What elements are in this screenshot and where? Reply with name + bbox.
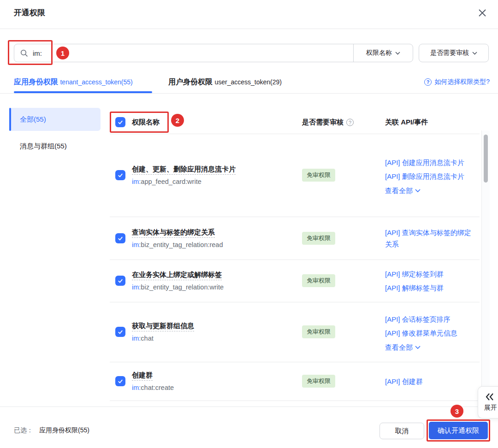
status-badge: 免审权限	[302, 325, 335, 338]
expand-label: 展开	[484, 404, 497, 412]
divider	[110, 401, 480, 401]
row-checkbox[interactable]	[115, 327, 125, 337]
api-link[interactable]: [API] 删除应用消息流卡片	[385, 171, 475, 182]
question-circle-icon: ?	[424, 78, 432, 86]
review-filter-dropdown-label: 是否需要审核	[430, 49, 469, 57]
status-badge: 免审权限	[302, 274, 335, 287]
scrollbar-thumb[interactable]	[484, 135, 488, 183]
question-circle-icon[interactable]: ?	[346, 118, 354, 126]
api-link[interactable]: [API] 创建应用消息流卡片	[385, 157, 475, 168]
permission-scope: im:app_feed_card:write	[132, 178, 293, 185]
tabs-divider	[0, 93, 498, 94]
active-tab-indicator	[14, 91, 152, 93]
permission-name: 创建、更新、删除应用消息流卡片	[132, 165, 293, 174]
review-filter-dropdown[interactable]: 是否需要审核	[419, 44, 489, 62]
annotation-badge-3: 3	[451, 405, 463, 418]
tab-user-identity-label: 用户身份权限	[168, 78, 213, 86]
chevron-down-icon	[415, 345, 421, 349]
close-icon[interactable]	[476, 6, 489, 19]
permission-scope: im:chat	[132, 335, 293, 342]
search-input[interactable]	[33, 49, 309, 57]
view-all-link[interactable]: 查看全部	[385, 342, 475, 353]
tab-user-identity-token: user_access_token(29)	[214, 78, 282, 86]
api-link[interactable]: [API] 创建群	[385, 376, 475, 387]
table-header: 权限名称 是否需要审核 ? 关联 API/事件	[110, 111, 480, 134]
cancel-button[interactable]: 取消	[379, 423, 424, 439]
table-row: 创建群 im:chat:create 免审权限 [API] 创建群	[110, 362, 480, 401]
view-all-link[interactable]: 查看全部	[385, 185, 475, 196]
permission-scope: im:biz_entity_tag_relation:read	[132, 241, 293, 248]
permission-name: 获取与更新群组信息	[132, 322, 293, 330]
selected-value: 应用身份权限(55)	[39, 426, 89, 435]
chevron-down-icon	[395, 52, 400, 55]
table-row: 获取与更新群组信息 im:chat 免审权限 [API] 会话标签页排序 [AP…	[110, 302, 480, 362]
sidebar-item-messages-groups[interactable]: 消息与群组(55)	[9, 136, 101, 156]
annotation-badge-1: 1	[56, 47, 69, 59]
selected-summary: 已选： 应用身份权限(55)	[14, 426, 89, 435]
column-header-review-label: 是否需要审核	[302, 118, 344, 127]
tab-app-identity-label: 应用身份权限	[14, 78, 58, 86]
row-checkbox[interactable]	[115, 233, 125, 243]
permission-scope: im:chat:create	[132, 384, 293, 391]
annotation-badge-2: 2	[171, 114, 184, 127]
row-checkbox[interactable]	[115, 170, 125, 180]
table-row: 在业务实体上绑定或解绑标签 im:biz_entity_tag_relation…	[110, 259, 480, 302]
active-indicator-bar	[9, 108, 11, 131]
api-link[interactable]: [API] 解绑标签与群	[385, 282, 475, 294]
api-link[interactable]: [API] 查询实体与标签的绑定关系	[385, 227, 475, 250]
search-group: 权限名称	[14, 44, 413, 62]
column-header-review: 是否需要审核 ?	[302, 118, 354, 127]
tab-app-identity[interactable]: 应用身份权限 tenant_access_token(55)	[14, 77, 133, 87]
permission-name-dropdown[interactable]: 权限名称	[353, 44, 413, 62]
row-checkbox[interactable]	[115, 276, 125, 286]
scrollbar-track[interactable]	[481, 130, 490, 400]
permission-type-help-label: 如何选择权限类型?	[434, 78, 490, 86]
view-all-label: 查看全部	[385, 185, 413, 196]
api-link[interactable]: [API] 绑定标签到群	[385, 268, 475, 280]
tab-app-identity-token: tenant_access_token(55)	[60, 78, 132, 86]
chevron-down-icon	[415, 189, 421, 192]
select-all-checkbox[interactable]	[115, 117, 125, 127]
row-checkbox[interactable]	[115, 376, 125, 386]
permission-name: 在业务实体上绑定或解绑标签	[132, 271, 293, 279]
permission-name-dropdown-label: 权限名称	[366, 49, 392, 57]
status-badge: 免审权限	[302, 375, 335, 388]
sidebar-item-all-label: 全部(55)	[9, 115, 46, 124]
footer-divider	[0, 407, 498, 407]
confirm-button[interactable]: 确认开通权限	[429, 422, 488, 439]
sidebar-item-all[interactable]: 全部(55)	[9, 108, 101, 131]
permission-name: 查询实体与标签的绑定关系	[132, 228, 293, 237]
search-icon	[20, 49, 28, 57]
permission-name: 创建群	[132, 371, 293, 380]
header-divider	[0, 29, 498, 29]
table-row: 查询实体与标签的绑定关系 im:biz_entity_tag_relation:…	[110, 217, 480, 259]
tab-user-identity[interactable]: 用户身份权限 user_access_token(29)	[168, 77, 282, 87]
chevron-down-icon	[472, 52, 477, 55]
selected-label: 已选：	[14, 426, 33, 435]
status-badge: 免审权限	[302, 232, 335, 245]
sidebar-item-messages-groups-label: 消息与群组(55)	[9, 142, 67, 151]
column-header-api: 关联 API/事件	[385, 118, 428, 127]
view-all-label: 查看全部	[385, 342, 413, 353]
expand-panel-button[interactable]: 展开	[478, 386, 498, 419]
column-header-name: 权限名称	[132, 118, 160, 127]
permission-scope: im:biz_entity_tag_relation:write	[132, 283, 293, 291]
double-chevron-left-icon	[485, 393, 494, 401]
status-badge: 免审权限	[302, 169, 335, 182]
page-title: 开通权限	[14, 7, 45, 18]
api-link[interactable]: [API] 修改群菜单元信息	[385, 327, 475, 339]
api-link[interactable]: [API] 会话标签页排序	[385, 313, 475, 325]
permission-type-help-link[interactable]: ? 如何选择权限类型?	[424, 78, 490, 86]
table-row: 创建、更新、删除应用消息流卡片 im:app_feed_card:write 免…	[110, 134, 480, 217]
